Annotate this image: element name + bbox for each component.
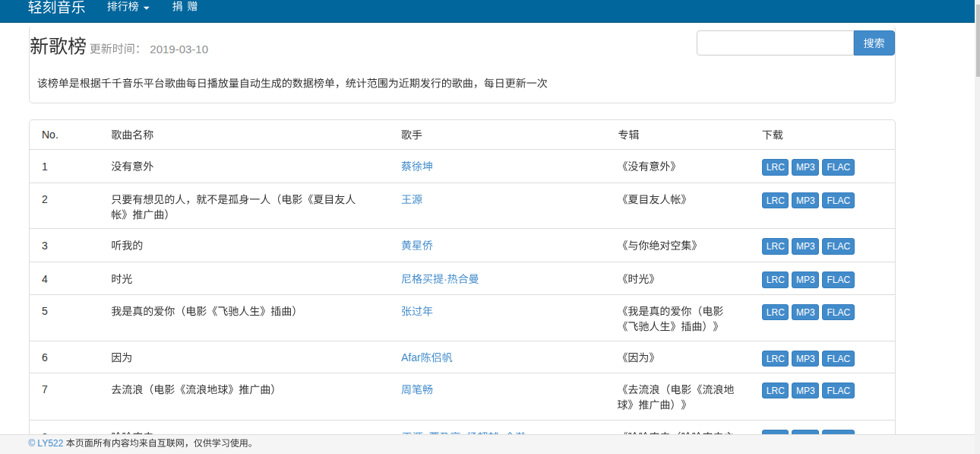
svg-text:© LY522: © LY522 xyxy=(28,438,63,449)
